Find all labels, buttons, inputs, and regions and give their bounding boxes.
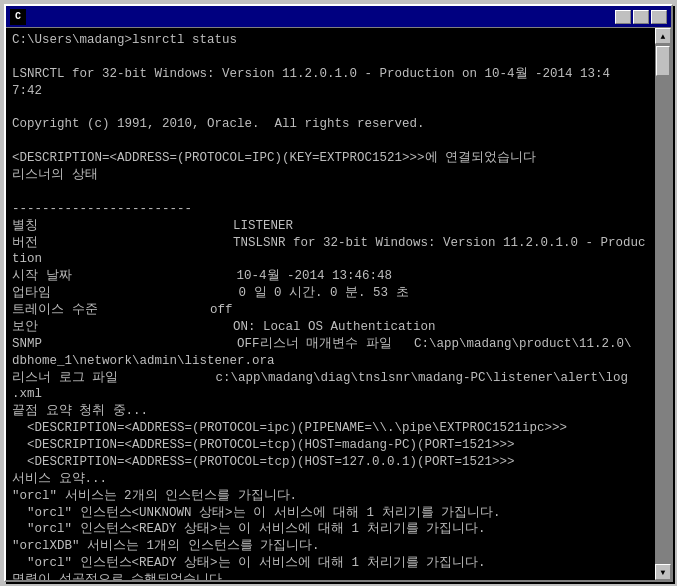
scrollbar[interactable]: ▲ ▼ xyxy=(655,28,671,580)
terminal-container: C:\Users\madang>lsnrctl status LSNRCTL f… xyxy=(6,28,671,580)
scroll-up-button[interactable]: ▲ xyxy=(655,28,671,44)
window-controls xyxy=(615,10,667,24)
scroll-thumb[interactable] xyxy=(656,46,670,76)
terminal-output[interactable]: C:\Users\madang>lsnrctl status LSNRCTL f… xyxy=(6,28,655,580)
maximize-button[interactable] xyxy=(633,10,649,24)
titlebar: C xyxy=(6,6,671,28)
cmd-window: C C:\Users\madang>lsnrctl status LSNRCTL… xyxy=(4,4,673,582)
minimize-button[interactable] xyxy=(615,10,631,24)
window-icon: C xyxy=(10,9,26,25)
close-button[interactable] xyxy=(651,10,667,24)
scroll-track xyxy=(655,44,671,564)
scroll-down-button[interactable]: ▼ xyxy=(655,564,671,580)
